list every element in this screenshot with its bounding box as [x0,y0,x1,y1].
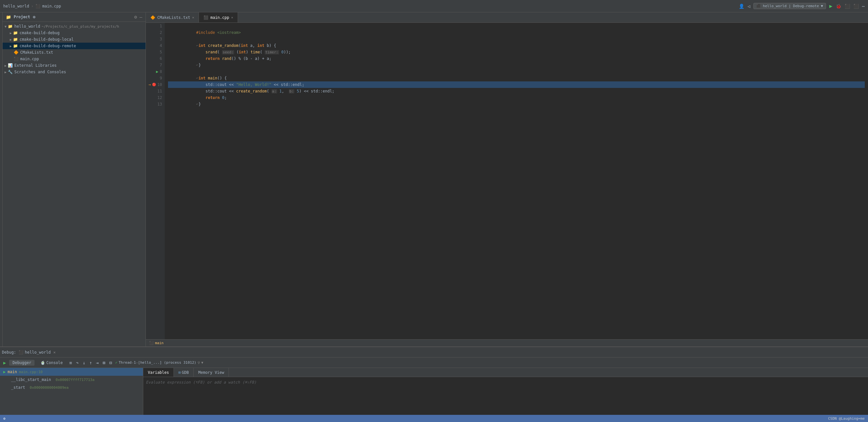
sidebar-item-cmake-debug-remote[interactable]: ▶ 📁 cmake-build-debug-remote [3,43,146,49]
more-actions-icon[interactable]: ⋯ [862,4,865,9]
profile-icon[interactable]: 👤 [739,4,744,9]
code-line-7 [168,62,865,68]
ext-libs-label: External Libraries [14,63,57,68]
breakpoint-icon[interactable]: 🔴 [152,82,156,88]
breadcrumb-file: main.cpp [42,4,61,8]
root-arrow: ▼ [5,25,6,28]
variables-panel: Variables ⊞ GDB Memory View Evaluate exp… [143,368,868,415]
code-lines[interactable]: #include <iostream> ⌐int create_random(i… [165,23,868,339]
thread-dropdown-icon[interactable]: ▼ [201,361,203,364]
cmake-tab-close[interactable]: ✕ [192,16,194,19]
tab-cmakelists[interactable]: 🔶 CMakeLists.txt ✕ [146,12,199,23]
stack-file-main: main.cpp:10 [19,370,43,374]
stack-file-libc: 0x00007ffff717713a [56,378,94,382]
resume-button[interactable]: ▶ [3,360,6,366]
sidebar-item-scratches[interactable]: ▶ 🔧 Scratches and Consoles [3,69,146,75]
run-marker-icon: ▶ [156,68,158,75]
filter-icon[interactable]: ▽ [198,360,200,365]
tab-main-cpp[interactable]: ⬛ main.cpp ✕ [199,12,238,23]
run-to-cursor-icon[interactable]: ⇥ [95,360,99,366]
sidebar-folder-icon: 📁 [6,14,11,20]
title-bar: hello_world › ⬛ main.cpp 👤 ◁ ⬛ hello_wor… [0,0,868,12]
config-dropdown-icon: ▼ [821,4,823,8]
cpp-tab-label: main.cpp [210,15,229,20]
call-stack: ▶ main main.cpp:10 __libc_start_main 0x0… [0,368,143,415]
cmakelists-label: CMakeLists.txt [20,50,53,55]
stack-fn-main: main [7,369,17,374]
line-num-9: 9 [149,75,162,82]
stack-frame-libc[interactable]: __libc_start_main 0x00007ffff717713a [0,376,143,384]
code-editor[interactable]: 1 2 3 4 5 6 7 ▶ 8 9 → 🔴 10 [146,23,868,339]
tab-bar: 🔶 CMakeLists.txt ✕ ⬛ main.cpp ✕ [146,12,868,23]
thread-selector[interactable]: ✓ Thread-1-[hello_...] (process 31012) ▽… [115,360,203,365]
eval-hint: Evaluate expression (⌥F8) or add a watch… [146,380,256,385]
dump-threads-icon[interactable]: ⊟ [108,360,112,366]
project-tree: ▼ 📁 hello_world ~/Projects/c_plus_plus/m… [3,22,146,346]
main-cpp-icon: ⬛ [14,57,19,61]
stack-frame-main[interactable]: ▶ main main.cpp:10 [0,368,143,376]
sidebar-title: Project [14,14,30,19]
show-all-icon[interactable]: ≡ [69,360,72,366]
sidebar-item-main-cpp[interactable]: ⬛ main.cpp [3,56,146,62]
sidebar-item-external-libs[interactable]: ▶ 📊 External Libraries [3,62,146,69]
cmake-tab-icon: 🔶 [150,15,155,20]
run-button[interactable]: ▶ [829,3,833,9]
code-line-13 [168,101,865,108]
line-num-4: 4 [149,42,162,49]
cmake-debug-local-label: cmake-build-debug-local [20,37,73,42]
root-path: ~/Projects/c_plus_plus/my_projects/h [42,24,119,29]
tab-memory-view[interactable]: Memory View [194,368,229,377]
sidebar-item-cmake-debug[interactable]: ▶ 📁 cmake-build-debug [3,30,146,36]
run-config[interactable]: ⬛ hello_world | Debug-remote ▼ [753,3,826,9]
tab-gdb[interactable]: ⊞ GDB [174,368,194,377]
sidebar-item-cmake-debug-local[interactable]: ▶ 📁 cmake-build-debug-local [3,36,146,43]
debug-session-tab[interactable]: ⬛ hello_world ✕ [19,350,56,355]
tree-root[interactable]: ▼ 📁 hello_world ~/Projects/c_plus_plus/m… [3,23,146,30]
console-tab[interactable]: 🍵Console [37,360,66,366]
line-num-1: 1 [149,23,162,29]
run-config-label: hello_world | Debug-remote [763,4,819,8]
tab-variables[interactable]: Variables [143,368,174,377]
cmake-debug-label: cmake-build-debug [20,31,60,35]
code-line-2 [168,29,865,36]
code-content: 1 2 3 4 5 6 7 ▶ 8 9 → 🔴 10 [146,23,868,339]
cmake-debug-local-icon: 📁 [13,37,18,42]
line-num-13: 13 [149,101,162,108]
sidebar-item-cmakelists[interactable]: 🔶 CMakeLists.txt [3,49,146,56]
ext-libs-arrow: ▶ [5,64,6,67]
cpp-tab-close[interactable]: ✕ [231,16,233,19]
sidebar-collapse-icon[interactable]: — [140,14,142,20]
line-num-10: → 🔴 10 [149,82,162,88]
coverage-icon[interactable]: ⬛ [844,4,850,9]
step-over-icon[interactable]: ↷ [75,360,79,366]
left-gutter [0,12,3,346]
back-icon[interactable]: ◁ [747,4,750,9]
stack-frame-start[interactable]: _start 0x00000000004009ea [0,384,143,391]
stack-fn-start: _start [11,385,25,390]
debug-button[interactable]: 🐞 [836,4,841,9]
debug-session-close-icon[interactable]: ✕ [53,350,56,355]
root-label: hello_world [14,24,40,29]
sidebar-settings-icon[interactable]: ⚙ [134,14,137,20]
debug-tabs-bar: Debug: ⬛ hello_world ✕ [0,347,868,358]
editor-breadcrumb: ⬛ main [146,339,868,346]
file-icon-cpp: ⬛ [35,4,40,8]
cpp-tab-icon: ⬛ [204,15,208,20]
line-num-7: 7 [149,62,162,68]
sidebar: 📁 Project ⊕ ⚙ — ▼ 📁 hello_world ~/Projec… [3,12,146,346]
line-num-12: 12 [149,94,162,101]
sidebar-header: 📁 Project ⊕ ⚙ — [3,12,146,22]
sidebar-expand-icon[interactable]: ⊕ [33,14,35,20]
cmake-debug-remote-label: cmake-build-debug-remote [20,43,76,48]
step-out-icon[interactable]: ↑ [89,360,92,366]
cmake-debug-arrow: ▶ [10,31,12,35]
step-into-icon[interactable]: ↓ [82,360,86,366]
main-area: 📁 Project ⊕ ⚙ — ▼ 📁 hello_world ~/Projec… [0,12,868,346]
run-config-icon: ⬛ [756,4,761,8]
debugger-tab[interactable]: Debugger [9,360,34,366]
profile-run-icon[interactable]: ⬛ [854,4,859,9]
code-line-6: ⌐} [168,55,865,62]
scratches-arrow: ▶ [5,70,6,74]
stack-file-start: 0x00000000004009ea [30,386,68,390]
evaluate-icon[interactable]: ⊞ [102,360,106,366]
